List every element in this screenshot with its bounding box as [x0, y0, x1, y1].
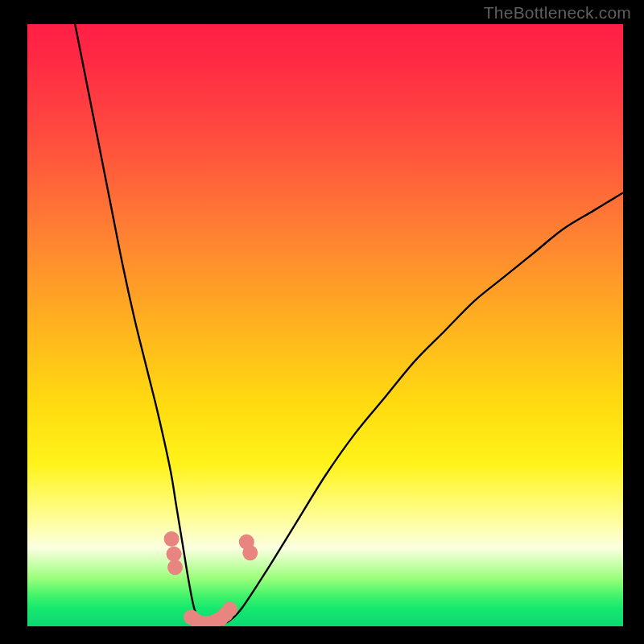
bottleneck-curve — [75, 24, 623, 626]
marker-dot — [167, 559, 183, 575]
marker-dot — [167, 547, 182, 562]
chart-frame: TheBottleneck.com — [0, 0, 644, 644]
plot-area — [27, 24, 623, 626]
trough-markers — [164, 531, 258, 626]
marker-dot — [222, 602, 237, 617]
marker-dot — [242, 545, 258, 560]
curve-layer — [27, 24, 623, 626]
watermark-text: TheBottleneck.com — [484, 3, 631, 23]
marker-dot — [164, 531, 180, 547]
